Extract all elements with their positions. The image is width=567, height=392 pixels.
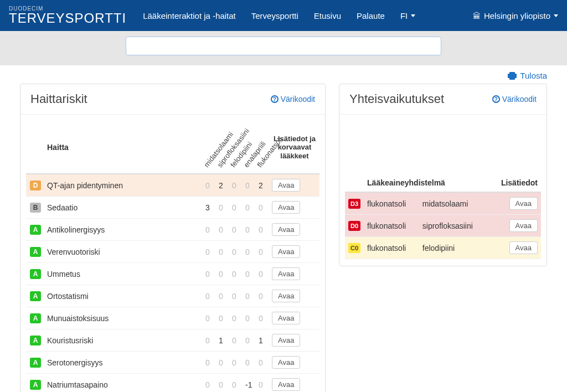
open-button[interactable]: Avaa <box>272 245 300 258</box>
risk-value: 2 <box>256 174 270 197</box>
open-cell: Avaa <box>488 215 541 237</box>
open-button[interactable]: Avaa <box>272 356 300 369</box>
table-row: AOrtostatismi00000Avaa <box>26 285 319 307</box>
badge-cell: D0 <box>345 215 364 237</box>
drug-1: flukonatsoli <box>364 192 419 215</box>
open-button[interactable]: Avaa <box>509 241 538 254</box>
open-cell: Avaa <box>270 374 319 393</box>
harm-name: Verenvuotoriski <box>47 247 100 256</box>
panel-title: Haittariskit <box>30 92 87 106</box>
open-cell: Avaa <box>488 192 541 215</box>
brand[interactable]: DUODECIM TERVEYSPORTTI <box>9 6 126 25</box>
color-codes-label: Värikoodit <box>502 95 537 104</box>
nav-link-terveysportti[interactable]: Terveysportti <box>251 11 298 20</box>
risk-value: 0 <box>243 263 256 285</box>
risk-value: 3 <box>203 197 217 219</box>
open-button[interactable]: Avaa <box>272 267 300 280</box>
risk-value: 0 <box>217 219 230 241</box>
table-row: AVerenvuotoriski00000Avaa <box>26 241 319 263</box>
nav-link-etusivu[interactable]: Etusivu <box>314 11 341 20</box>
harm-name: Ortostatismi <box>47 292 89 301</box>
risk-value: 0 <box>203 241 217 263</box>
main-content: Haittariskit ? Värikoodit Haitta midatso… <box>0 84 567 392</box>
open-cell: Avaa <box>270 241 319 263</box>
col-drug-4: flukonatsoli <box>256 121 270 174</box>
open-button[interactable]: Avaa <box>509 219 538 232</box>
risk-value: 0 <box>230 307 243 329</box>
risk-value: 2 <box>217 174 230 197</box>
open-button[interactable]: Avaa <box>272 179 300 192</box>
nav-lang-dropdown[interactable]: FI <box>400 11 415 20</box>
harm-cell: BSedaatio <box>26 197 203 219</box>
nav-links: Lääkeinteraktiot ja -haitat Terveysportt… <box>143 11 473 20</box>
print-button[interactable]: Tulosta <box>508 71 547 80</box>
risk-value: 0 <box>243 197 256 219</box>
risk-badge: B <box>30 203 41 213</box>
harm-cell: ASerotonergisyys <box>26 352 203 374</box>
open-button[interactable]: Avaa <box>272 378 300 391</box>
open-cell: Avaa <box>488 237 541 259</box>
risk-badge: A <box>30 291 41 301</box>
panel-yhteisvaikutukset: Yhteisvaikutukset ? Värikoodit Lääkeaine… <box>339 84 547 266</box>
risk-value: 0 <box>230 329 243 352</box>
risk-value: 0 <box>217 263 230 285</box>
harm-cell: AOrtostatismi <box>26 285 203 307</box>
harm-cell: ANatriumtasapaino <box>26 374 203 393</box>
risk-badge: A <box>30 225 41 235</box>
col-harm: Haitta <box>26 121 203 174</box>
nav-link-palaute[interactable]: Palaute <box>357 11 385 20</box>
risk-value: -1 <box>243 374 256 393</box>
table-row: D0flukonatsolisiprofloksasiiniAvaa <box>345 215 541 237</box>
table-row: C0flukonatsolifelodipiiniAvaa <box>345 237 541 259</box>
table-row: AAntikolinergisyys00000Avaa <box>26 219 319 241</box>
risk-value: 0 <box>203 307 217 329</box>
nav-lang-label: FI <box>400 11 408 20</box>
nav-link-interactions[interactable]: Lääkeinteraktiot ja -haitat <box>143 11 236 20</box>
table-row: D3flukonatsolimidatsolaamiAvaa <box>345 192 541 215</box>
risk-value: 0 <box>230 352 243 374</box>
col-drug-2: felodipiini <box>230 121 243 174</box>
risk-value: 0 <box>243 241 256 263</box>
risk-badge: D <box>30 180 41 190</box>
harm-cell: AAntikolinergisyys <box>26 219 203 241</box>
open-button[interactable]: Avaa <box>509 197 538 210</box>
panel-haittariskit: Haittariskit ? Värikoodit Haitta midatso… <box>20 84 326 392</box>
drug-2: felodipiini <box>419 237 488 259</box>
risk-value: 0 <box>256 263 270 285</box>
open-cell: Avaa <box>270 174 319 197</box>
harm-cell: DQT-ajan pidentyminen <box>26 174 203 197</box>
col-info: Lisätiedot <box>488 174 541 192</box>
risk-value: 0 <box>243 329 256 352</box>
search-input[interactable] <box>126 37 441 55</box>
risk-value: 0 <box>230 219 243 241</box>
risk-value: 0 <box>203 263 217 285</box>
risk-value: 0 <box>243 219 256 241</box>
open-button[interactable]: Avaa <box>272 290 300 302</box>
harm-name: Sedaatio <box>47 203 78 212</box>
color-codes-link[interactable]: ? Värikoodit <box>492 95 537 104</box>
open-button[interactable]: Avaa <box>272 201 300 214</box>
risk-value: 0 <box>230 174 243 197</box>
open-button[interactable]: Avaa <box>272 223 300 236</box>
color-codes-link[interactable]: ? Värikoodit <box>271 95 315 104</box>
table-row: DQT-ajan pidentyminen02002Avaa <box>26 174 319 197</box>
table-row: AKouristusriski01001Avaa <box>26 329 319 352</box>
harm-name: Munuaistoksisuus <box>47 314 109 323</box>
risk-value: 0 <box>256 374 270 393</box>
harm-cell: AMunuaistoksisuus <box>26 307 203 329</box>
table-row: AUmmetus00000Avaa <box>26 263 319 285</box>
nav-institution-dropdown[interactable]: Helsingin yliopisto <box>473 11 558 20</box>
badge-cell: C0 <box>345 237 364 259</box>
risk-badge: A <box>30 336 41 345</box>
risk-value: 0 <box>230 263 243 285</box>
caret-down-icon <box>554 14 558 17</box>
print-label: Tulosta <box>520 71 547 80</box>
harm-cell: AVerenvuotoriski <box>26 241 203 263</box>
open-button[interactable]: Avaa <box>272 312 300 324</box>
risk-value: 0 <box>203 285 217 307</box>
risk-value: 0 <box>256 285 270 307</box>
open-button[interactable]: Avaa <box>272 334 300 347</box>
harm-cell: AKouristusriski <box>26 329 203 352</box>
open-cell: Avaa <box>270 219 319 241</box>
caret-down-icon <box>411 14 415 17</box>
